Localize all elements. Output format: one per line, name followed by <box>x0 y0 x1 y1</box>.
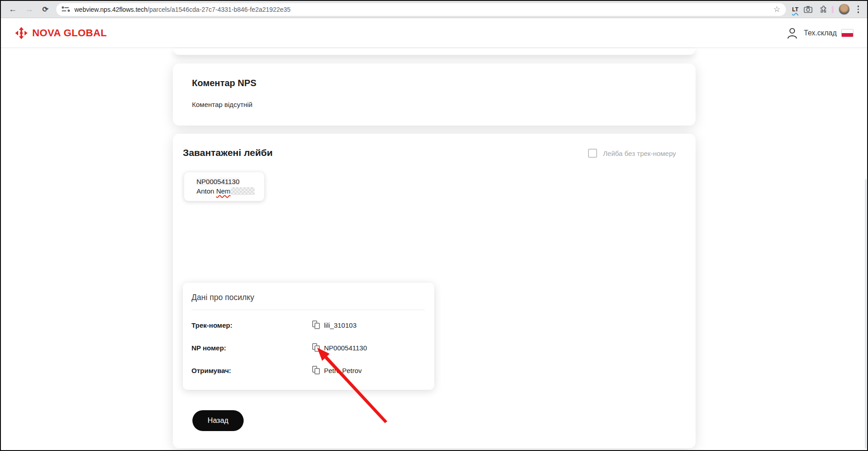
parcel-info-card: Дані про посилку Трек-номер: lili_310103… <box>183 283 434 390</box>
chip-np-number: NP000541130 <box>196 177 264 186</box>
browser-window: ← → ⟳ webview.nps.42flows.tech/parcels/a… <box>0 0 868 451</box>
extensions-cluster: LT <box>790 4 863 15</box>
poland-flag-icon[interactable] <box>841 29 853 37</box>
browser-profile-avatar[interactable] <box>839 4 850 15</box>
labels-card: Завантажені лейби Лейба без трек-номеру … <box>173 134 696 448</box>
forward-button[interactable]: → <box>23 4 35 15</box>
divider <box>191 310 425 310</box>
no-track-checkbox-row: Лейба без трек-номеру <box>588 149 676 158</box>
label-chip[interactable]: NP000541130 Anton Nem <box>184 172 265 201</box>
parcel-row-recipient: Отримувач: Petro Petrov <box>191 364 362 376</box>
no-track-checkbox[interactable] <box>588 149 597 158</box>
extensions-puzzle-icon[interactable] <box>818 5 827 14</box>
user-menu[interactable]: Тех.склад <box>785 26 853 40</box>
redaction-blur <box>231 187 255 195</box>
copy-icon[interactable] <box>312 343 320 352</box>
scrollbar-thumb[interactable] <box>865 179 867 449</box>
languagetool-extension-icon[interactable]: LT <box>792 6 799 13</box>
copy-icon[interactable] <box>312 320 320 330</box>
scrolled-card-edge <box>173 48 696 55</box>
page-content: Коментар NPS Коментар відсутній Завантаж… <box>1 48 867 450</box>
url-domain: webview.nps.42flows.tech <box>74 6 147 13</box>
bookmark-star-icon[interactable]: ☆ <box>773 5 780 13</box>
url-text: webview.nps.42flows.tech/parcels/a1546cd… <box>74 6 290 13</box>
row-value: lili_310103 <box>324 321 357 329</box>
row-value: Petro Petrov <box>324 367 362 374</box>
row-label: Трек-номер: <box>191 321 312 329</box>
reload-button[interactable]: ⟳ <box>39 4 51 15</box>
parcel-card-title: Дані про посилку <box>191 293 254 302</box>
no-track-checkbox-label: Лейба без трек-номеру <box>603 150 676 157</box>
comment-card-title: Коментар NPS <box>192 78 256 88</box>
labels-card-title: Завантажені лейби <box>183 147 273 158</box>
user-icon <box>785 26 799 40</box>
parcel-row-track-number: Трек-номер: lili_310103 <box>191 319 357 331</box>
url-path: /parcels/a1546cda-27c7-4331-b846-fe2a219… <box>147 6 290 13</box>
row-label: NP номер: <box>191 344 312 352</box>
back-nav-button[interactable]: Назад <box>192 410 244 431</box>
row-label: Отримувач: <box>191 367 312 374</box>
site-info-icon[interactable] <box>62 6 70 13</box>
comment-card-body: Коментар відсутній <box>192 101 253 108</box>
address-bar[interactable]: webview.nps.42flows.tech/parcels/a1546cd… <box>56 3 786 16</box>
brand-name: NOVA GLOBAL <box>32 27 107 39</box>
pinned-extension-marker[interactable] <box>832 6 834 13</box>
site-header: NOVA GLOBAL Тех.склад <box>1 18 867 48</box>
browser-toolbar: ← → ⟳ webview.nps.42flows.tech/parcels/a… <box>1 1 867 18</box>
comment-card: Коментар NPS Коментар відсутній <box>173 63 696 126</box>
camera-extension-icon[interactable] <box>804 5 813 14</box>
nova-global-logo-icon <box>15 26 28 40</box>
user-label: Тех.склад <box>804 29 837 37</box>
row-value: NP000541130 <box>324 344 367 352</box>
brand: NOVA GLOBAL <box>15 26 107 40</box>
parcel-row-np-number: NP номер: NP000541130 <box>191 342 367 354</box>
browser-menu-icon[interactable] <box>855 5 862 14</box>
copy-icon[interactable] <box>312 366 320 375</box>
back-button[interactable]: ← <box>7 4 19 15</box>
chip-recipient: Anton Nem <box>196 186 264 196</box>
